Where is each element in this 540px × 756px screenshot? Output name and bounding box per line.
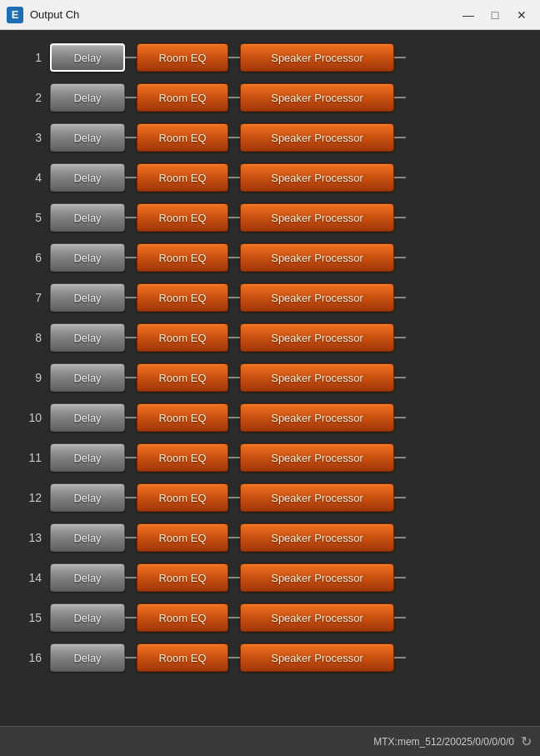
connector-line [125,297,137,298]
connector-line [228,377,240,378]
connector-line [125,537,137,538]
connector-line [394,177,406,178]
delay-button-1[interactable]: Delay [50,43,125,72]
delay-button-6[interactable]: Delay [50,243,125,272]
speaker-processor-button-16[interactable]: Speaker Processor [240,643,394,672]
room-eq-button-3[interactable]: Room EQ [137,123,228,152]
connector-line [125,497,137,498]
channel-number-12: 12 [17,491,42,504]
speaker-processor-button-1[interactable]: Speaker Processor [240,43,394,72]
connector-line [228,57,240,58]
connector-line [125,457,137,458]
room-eq-button-2[interactable]: Room EQ [137,83,228,112]
room-eq-button-11[interactable]: Room EQ [137,443,228,472]
room-eq-button-6[interactable]: Room EQ [137,243,228,272]
connector-line [125,377,137,378]
channel-row: 8DelayRoom EQSpeaker Processor [17,318,523,357]
channel-row: 1DelayRoom EQSpeaker Processor [17,38,523,77]
connector-line [228,457,240,458]
speaker-processor-button-11[interactable]: Speaker Processor [240,443,394,472]
delay-button-8[interactable]: Delay [50,323,125,352]
speaker-processor-button-3[interactable]: Speaker Processor [240,123,394,152]
room-eq-button-9[interactable]: Room EQ [137,363,228,392]
connector-line [228,497,240,498]
connector-line [125,337,137,338]
room-eq-button-7[interactable]: Room EQ [137,283,228,312]
delay-button-5[interactable]: Delay [50,203,125,232]
speaker-processor-button-8[interactable]: Speaker Processor [240,323,394,352]
speaker-processor-button-7[interactable]: Speaker Processor [240,283,394,312]
delay-button-10[interactable]: Delay [50,403,125,432]
speaker-processor-button-13[interactable]: Speaker Processor [240,523,394,552]
speaker-processor-button-10[interactable]: Speaker Processor [240,403,394,432]
speaker-processor-button-12[interactable]: Speaker Processor [240,483,394,512]
maximize-button[interactable]: □ [483,5,507,25]
delay-button-14[interactable]: Delay [50,563,125,592]
speaker-processor-button-14[interactable]: Speaker Processor [240,563,394,592]
room-eq-button-4[interactable]: Room EQ [137,163,228,192]
delay-button-9[interactable]: Delay [50,363,125,392]
delay-button-7[interactable]: Delay [50,283,125,312]
connector-line [228,217,240,218]
room-eq-button-12[interactable]: Room EQ [137,483,228,512]
connector-line [228,177,240,178]
connector-line [125,217,137,218]
connector-line [228,137,240,138]
delay-button-13[interactable]: Delay [50,523,125,552]
speaker-processor-button-4[interactable]: Speaker Processor [240,163,394,192]
channel-number-8: 8 [17,331,42,344]
delay-button-15[interactable]: Delay [50,603,125,632]
connector-line [394,377,406,378]
connector-line [394,337,406,338]
channel-row: 3DelayRoom EQSpeaker Processor [17,118,523,157]
connector-line [394,537,406,538]
refresh-icon[interactable]: ↻ [521,733,532,749]
channel-number-7: 7 [17,291,42,304]
channel-row: 12DelayRoom EQSpeaker Processor [17,478,523,517]
connector-line [394,137,406,138]
delay-button-3[interactable]: Delay [50,123,125,152]
room-eq-button-8[interactable]: Room EQ [137,323,228,352]
connector-line [394,417,406,418]
delay-button-2[interactable]: Delay [50,83,125,112]
delay-button-4[interactable]: Delay [50,163,125,192]
connector-line [394,577,406,578]
delay-button-16[interactable]: Delay [50,643,125,672]
speaker-processor-button-5[interactable]: Speaker Processor [240,203,394,232]
connector-line [125,257,137,258]
channel-number-9: 9 [17,371,42,384]
minimize-button[interactable]: — [457,5,480,25]
room-eq-button-16[interactable]: Room EQ [137,643,228,672]
connector-line [125,617,137,618]
speaker-processor-button-9[interactable]: Speaker Processor [240,363,394,392]
room-eq-button-13[interactable]: Room EQ [137,523,228,552]
delay-button-12[interactable]: Delay [50,483,125,512]
connector-line [394,257,406,258]
app-icon: E [7,7,23,23]
channel-row: 9DelayRoom EQSpeaker Processor [17,358,523,397]
room-eq-button-15[interactable]: Room EQ [137,603,228,632]
connector-line [125,97,137,98]
speaker-processor-button-2[interactable]: Speaker Processor [240,83,394,112]
connector-line [228,617,240,618]
channel-row: 2DelayRoom EQSpeaker Processor [17,78,523,117]
close-button[interactable]: ✕ [510,5,533,25]
window-title: Output Ch [30,8,457,21]
connector-line [228,537,240,538]
room-eq-button-5[interactable]: Room EQ [137,203,228,232]
channel-row: 14DelayRoom EQSpeaker Processor [17,558,523,597]
speaker-processor-button-6[interactable]: Speaker Processor [240,243,394,272]
connector-line [394,457,406,458]
speaker-processor-button-15[interactable]: Speaker Processor [240,603,394,632]
connector-line [125,177,137,178]
channel-number-14: 14 [17,571,42,584]
delay-button-11[interactable]: Delay [50,443,125,472]
channel-number-5: 5 [17,211,42,224]
room-eq-button-10[interactable]: Room EQ [137,403,228,432]
room-eq-button-14[interactable]: Room EQ [137,563,228,592]
connector-line [394,657,406,658]
title-bar: E Output Ch — □ ✕ [0,0,540,30]
room-eq-button-1[interactable]: Room EQ [137,43,228,72]
channel-number-10: 10 [17,411,42,424]
connector-line [125,57,137,58]
